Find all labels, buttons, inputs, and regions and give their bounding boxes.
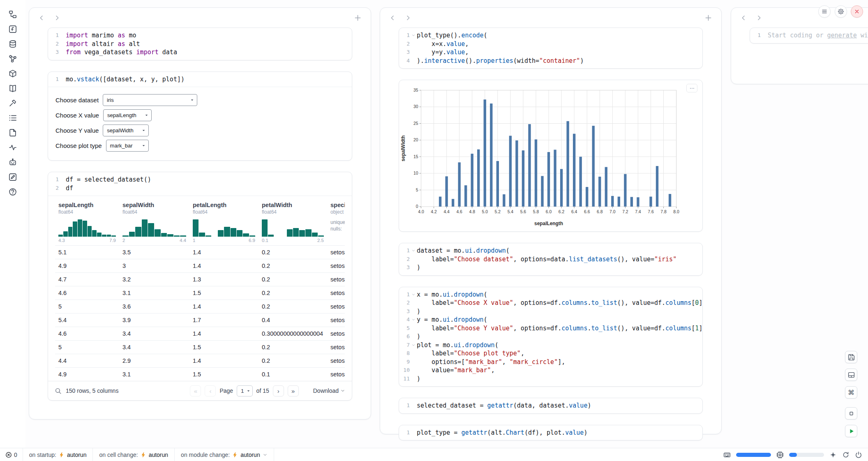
code-line[interactable]: 1import marimo as mo <box>48 31 352 40</box>
table-row[interactable]: 4.73.21.30.2setosa <box>55 272 345 286</box>
sidebar-item-chat[interactable] <box>7 157 19 168</box>
layout-button[interactable] <box>845 369 857 381</box>
prev-page-button[interactable]: ‹ <box>205 385 216 396</box>
code-line[interactable]: 1plot_type = getattr(alt.Chart(df), plot… <box>399 429 702 437</box>
sidebar-item-functions[interactable] <box>7 24 19 35</box>
download-button[interactable]: Download <box>313 387 345 394</box>
table-row[interactable]: 4.931.40.2setosa <box>55 259 345 272</box>
fold-chevron-icon[interactable] <box>410 290 417 299</box>
code-editor[interactable]: 1x = mo.ui.dropdown(2 label="Choose X va… <box>399 287 702 387</box>
code-editor[interactable]: 1plot_type().encode(2 x=x.value,3 y=y.va… <box>399 28 702 68</box>
altair-chart[interactable]: 4.04.24.44.64.85.05.25.45.65.86.06.26.46… <box>400 84 702 228</box>
next-page-button[interactable]: › <box>273 385 284 396</box>
move-column-right-button[interactable] <box>404 14 411 21</box>
code-editor[interactable]: 1 Start coding or generate with <box>750 28 868 43</box>
move-column-right-button[interactable] <box>53 14 60 21</box>
table-row[interactable]: 5.43.91.70.4setosa <box>55 313 345 327</box>
dataset-dropdown[interactable]: iris <box>103 94 197 106</box>
table-row[interactable]: 53.61.40.2setosa <box>55 300 345 313</box>
code-editor[interactable]: 1plot_type = getattr(alt.Chart(df), plot… <box>399 425 702 440</box>
run-all-button[interactable] <box>845 425 857 437</box>
code-line[interactable]: 4y = mo.ui.dropdown( <box>399 316 702 324</box>
table-row[interactable]: 5.13.51.40.2setosa <box>55 245 345 259</box>
x-value-dropdown[interactable]: sepalLength <box>103 109 152 121</box>
add-cell-button[interactable] <box>354 14 362 22</box>
code-editor[interactable]: 1dataset = mo.ui.dropdown(2 label="Choos… <box>399 243 702 275</box>
keyboard-icon[interactable] <box>723 451 731 459</box>
code-line[interactable]: 1mo.vstack([dataset, x, y, plot]) <box>48 75 352 84</box>
code-line[interactable]: 3) <box>399 263 702 272</box>
move-column-left-button[interactable] <box>389 14 396 21</box>
code-line[interactable]: 4).interactive().properties(width="conta… <box>399 57 702 65</box>
sidebar-item-tracing[interactable] <box>7 142 19 153</box>
code-editor[interactable]: 1import marimo as mo2import altair as al… <box>48 28 352 60</box>
sidebar-item-packages[interactable] <box>7 68 19 79</box>
code-line[interactable]: 11) <box>399 375 702 383</box>
column-header-petalWidth[interactable]: petalWidthfloat640.12.5 <box>259 196 327 245</box>
sidebar-item-scratchpad[interactable] <box>7 172 19 182</box>
interrupt-button[interactable] <box>845 407 857 420</box>
generate-link[interactable]: generate <box>827 32 857 39</box>
table-row[interactable]: 4.63.11.50.2setosa <box>55 286 345 300</box>
y-value-dropdown[interactable]: sepalWidth <box>103 124 149 136</box>
code-editor[interactable]: 1df = selected_dataset()2df <box>48 172 352 196</box>
fold-chevron-icon[interactable] <box>410 316 417 324</box>
sidebar-item-help[interactable] <box>7 187 19 197</box>
runtime-mode-chip[interactable]: on module change:autorun <box>175 448 274 461</box>
runtime-mode-chip[interactable]: on cell change:autorun <box>93 448 175 461</box>
search-icon[interactable] <box>55 387 62 394</box>
move-column-right-button[interactable] <box>755 14 762 21</box>
code-line[interactable]: 2df <box>48 184 352 193</box>
code-line[interactable]: 3 y=y.value, <box>399 48 702 57</box>
table-row[interactable]: 53.41.50.2setosa <box>55 340 345 354</box>
table-row[interactable]: 4.42.91.40.2setosa <box>55 354 345 367</box>
sidebar-item-documentation[interactable] <box>7 83 19 94</box>
code-line[interactable]: 2 label="Choose X value", options=df.col… <box>399 299 702 307</box>
cell-xy-plot-dropdowns[interactable]: 1x = mo.ui.dropdown(2 label="Choose X va… <box>399 287 703 387</box>
cell-dataset-dropdown[interactable]: 1dataset = mo.ui.dropdown(2 label="Choos… <box>399 243 703 276</box>
errors-indicator[interactable]: 0 <box>0 448 23 461</box>
cell-empty[interactable]: 1 Start coding or generate with <box>750 28 868 44</box>
column-header-petalLength[interactable]: petalLengthfloat6416.9 <box>189 196 259 245</box>
code-line[interactable]: 3from vega_datasets import data <box>48 48 352 57</box>
settings-button[interactable] <box>835 5 847 18</box>
sidebar-item-data-sources[interactable] <box>7 39 19 49</box>
last-page-button[interactable]: » <box>288 385 299 396</box>
column-header-sepalLength[interactable]: sepalLengthfloat644.37.9 <box>55 196 119 245</box>
chart-actions-button[interactable] <box>686 84 697 92</box>
move-column-left-button[interactable] <box>38 14 45 21</box>
runtime-mode-chip[interactable]: on startup:autorun <box>23 448 93 461</box>
code-editor[interactable]: 1selected_dataset = getattr(data, datase… <box>399 398 702 413</box>
code-editor[interactable]: 1mo.vstack([dataset, x, y, plot]) <box>48 72 352 87</box>
code-line[interactable]: 1x = mo.ui.dropdown( <box>399 290 702 299</box>
shutdown-button[interactable] <box>851 5 863 18</box>
refresh-icon[interactable] <box>842 451 850 459</box>
cell-vstack[interactable]: 1mo.vstack([dataset, x, y, plot]) Choose… <box>48 71 352 161</box>
notebook-menu-button[interactable] <box>818 5 831 18</box>
move-column-left-button[interactable] <box>740 14 747 21</box>
plot-type-dropdown[interactable]: mark_bar <box>106 140 149 152</box>
table-row[interactable]: 4.93.11.50.1setosa <box>55 367 345 381</box>
code-line[interactable]: 1plot_type().encode( <box>399 31 702 40</box>
sidebar-item-tools[interactable] <box>7 98 19 108</box>
code-line[interactable]: 9 options=["mark_bar", "mark_circle"], <box>399 358 702 366</box>
cell-df[interactable]: 1df = selected_dataset()2df sepalLengthf… <box>48 172 352 401</box>
cell-chart-code[interactable]: 1plot_type().encode(2 x=x.value,3 y=y.va… <box>399 28 703 69</box>
code-line[interactable]: 3) <box>399 307 702 316</box>
fold-chevron-icon[interactable] <box>410 247 417 255</box>
add-cell-button[interactable] <box>704 14 712 22</box>
code-line[interactable]: 1dataset = mo.ui.dropdown( <box>399 247 702 255</box>
copilot-sparkle-icon[interactable] <box>829 451 837 459</box>
power-icon[interactable] <box>855 451 862 459</box>
save-button[interactable] <box>845 351 857 363</box>
column-header-sepalWidth[interactable]: sepalWidthfloat6424.4 <box>119 196 189 245</box>
code-line[interactable]: 8 label="Choose plot type", <box>399 349 702 358</box>
shortcuts-button[interactable]: ⌘ <box>845 386 857 399</box>
fold-chevron-icon[interactable] <box>410 341 417 350</box>
code-line[interactable]: 2 label="Choose dataset", options=data.l… <box>399 255 702 264</box>
sidebar-item-file-explorer[interactable] <box>7 9 19 20</box>
code-line[interactable]: 7plot = mo.ui.dropdown( <box>399 341 702 350</box>
first-page-button[interactable]: « <box>190 385 201 396</box>
sidebar-item-snippets[interactable] <box>7 127 19 138</box>
page-select[interactable]: 1 <box>237 385 253 396</box>
